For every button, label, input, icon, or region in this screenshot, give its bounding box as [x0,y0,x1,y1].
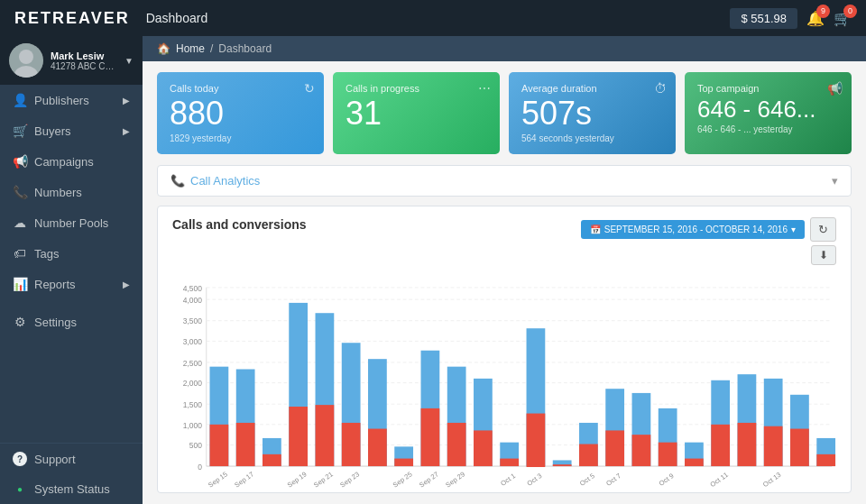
svg-rect-63 [711,425,730,466]
support-icon: ? [13,452,27,466]
svg-text:2,000: 2,000 [183,379,203,388]
svg-text:3,500: 3,500 [183,316,203,325]
svg-rect-49 [527,414,546,467]
svg-rect-25 [210,425,229,466]
top-campaign-title: Top campaign [697,83,839,94]
calls-in-progress-subtitle [345,133,487,143]
sidebar-item-numbers-label: Numbers [34,186,130,199]
sidebar-item-tags[interactable]: 🏷 Tags [0,238,143,269]
notification-badge: 9 [816,5,830,18]
buyers-arrow: ▶ [123,126,130,136]
svg-text:1,500: 1,500 [183,400,203,409]
sidebar-item-number-pools-label: Number Pools [34,216,130,230]
tags-icon: 🏷 [13,246,27,261]
svg-rect-43 [447,423,466,466]
svg-rect-29 [263,454,281,466]
breadcrumb: 🏠 Home / Dashboard [143,36,866,61]
svg-text:0: 0 [198,463,202,472]
svg-rect-37 [368,429,387,467]
top-campaign-value: 646 - 646... [697,97,839,121]
publishers-icon: 👤 [13,93,27,107]
home-icon: 🏠 [157,42,170,55]
svg-text:Sep 21: Sep 21 [312,470,335,489]
svg-rect-71 [816,454,835,466]
cart-badge: 0 [843,5,857,18]
top-campaign-subtitle: 646 - 646 - ... yesterday [697,124,839,134]
page-title: Dashboard [146,11,208,25]
buyers-icon: 🛒 [13,124,27,138]
svg-text:3,000: 3,000 [183,337,203,346]
nav-menu: 👤 Publishers ▶ 🛒 Buyers ▶ 📢 Campaigns 📞 … [0,85,143,337]
call-analytics-bar[interactable]: 📞 Call Analytics ▾ [157,165,852,197]
analytics-chevron: ▾ [832,174,838,188]
number-pools-icon: ☁ [13,215,27,230]
svg-text:Sep 15: Sep 15 [207,470,229,489]
svg-rect-51 [553,464,572,466]
app-logo: RETREAVER [14,9,130,28]
user-dropdown-arrow: ▼ [124,56,134,66]
date-range-arrow: ▾ [791,225,796,234]
main-content: 🏠 Home / Dashboard ↻ Calls today 880 182… [143,36,866,504]
breadcrumb-current: Dashboard [218,42,272,55]
svg-text:Oct 5: Oct 5 [578,472,596,488]
calls-today-value: 880 [170,97,311,130]
calls-today-title: Calls today [170,83,311,94]
sidebar-item-publishers[interactable]: 👤 Publishers ▶ [0,85,143,115]
sidebar-item-settings-label: Settings [34,316,130,329]
sidebar-item-number-pools[interactable]: ☁ Number Pools [0,207,143,238]
svg-rect-69 [790,429,809,467]
sidebar-item-support[interactable]: ? Support [0,444,143,474]
stat-card-avg-duration: ⏱ Average duration 507s 564 seconds yest… [509,72,676,154]
sidebar-item-buyers[interactable]: 🛒 Buyers ▶ [0,115,143,146]
svg-rect-39 [394,459,413,466]
svg-text:1,000: 1,000 [183,421,203,430]
svg-rect-33 [316,405,335,466]
calls-today-subtitle: 1829 yesterday [170,133,311,143]
sidebar-item-campaigns[interactable]: 📢 Campaigns [0,146,143,177]
svg-text:Oct 3: Oct 3 [526,472,544,488]
svg-rect-53 [579,444,598,467]
sidebar-item-numbers[interactable]: 📞 Numbers [0,177,143,207]
svg-rect-55 [605,430,624,466]
svg-point-1 [19,50,33,64]
balance-display: $ 551.98 [730,8,797,29]
svg-rect-31 [289,407,308,466]
sidebar-item-tags-label: Tags [34,247,130,261]
system-status-icon: ● [13,484,27,494]
stat-card-calls-in-progress: ⋯ Calls in progress 31 [333,72,500,154]
svg-text:Sep 23: Sep 23 [338,470,361,489]
user-name: Mark Lesiw [51,50,117,61]
calls-in-progress-title: Calls in progress [345,83,487,94]
svg-rect-65 [738,423,757,466]
svg-text:Oct 13: Oct 13 [761,471,782,489]
campaigns-icon: 📢 [13,154,27,169]
breadcrumb-home[interactable]: Home [176,42,205,55]
svg-text:2,500: 2,500 [183,359,203,368]
calendar-icon: 📅 [590,225,601,234]
bar-chart: 0 500 1,000 1,500 2,000 2,500 3,000 3,50… [172,272,836,493]
download-button[interactable]: ⬇ [811,245,836,265]
sidebar-item-system-status[interactable]: ● System Status [0,474,143,504]
avg-duration-subtitle: 564 seconds yesterday [521,133,663,143]
svg-text:Oct 9: Oct 9 [658,472,676,488]
sidebar-item-publishers-label: Publishers [34,94,115,107]
svg-text:Oct 11: Oct 11 [709,471,730,489]
sidebar-item-support-label: Support [34,453,130,466]
reports-icon: 📊 [13,277,27,291]
chart-header: Calls and conversions 📅 SEPTEMBER 15, 20… [172,217,836,265]
stat-card-top-campaign: 📢 Top campaign 646 - 646... 646 - 646 - … [685,72,852,154]
avg-duration-title: Average duration [521,83,663,94]
sidebar-item-reports[interactable]: 📊 Reports ▶ [0,269,143,299]
avatar [9,43,43,78]
calls-in-progress-value: 31 [345,97,487,130]
svg-rect-67 [764,426,783,466]
date-range-button[interactable]: 📅 SEPTEMBER 15, 2016 - OCTOBER 14, 2016 … [581,220,805,239]
svg-text:500: 500 [189,441,202,450]
chart-area: Calls and conversions 📅 SEPTEMBER 15, 20… [157,206,852,493]
svg-rect-47 [500,459,519,466]
sidebar-item-settings[interactable]: ⚙ Settings [0,307,143,337]
svg-text:4,000: 4,000 [183,296,203,305]
refresh-button[interactable]: ↻ [810,217,836,242]
user-profile[interactable]: Mark Lesiw 41278 ABC Company ▼ [0,36,143,85]
reports-arrow: ▶ [123,279,130,289]
